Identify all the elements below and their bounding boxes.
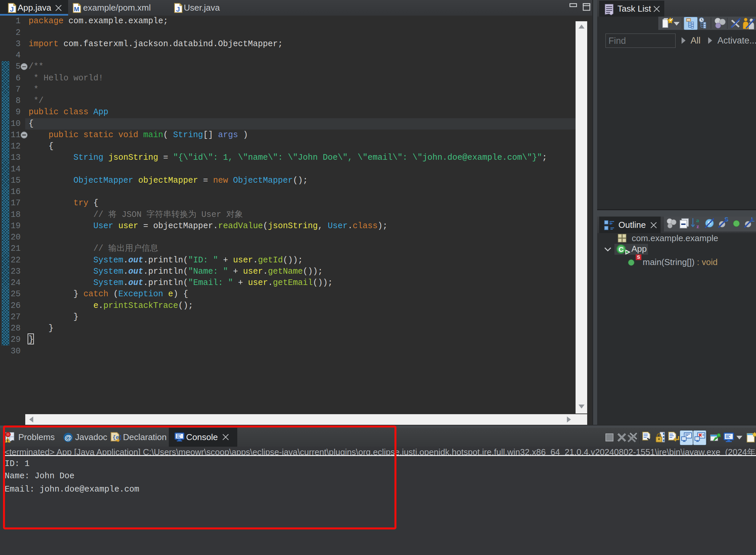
svg-text:C: C [619,246,624,253]
svg-text:a: a [696,217,699,223]
svg-text:J: J [176,5,180,13]
svg-text:M: M [74,6,79,13]
svg-text:z: z [697,223,699,229]
svg-text:J: J [10,5,14,13]
